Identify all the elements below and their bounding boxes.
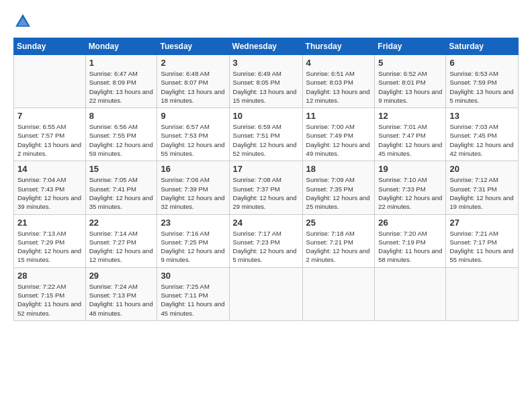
day-number: 3 [233, 58, 299, 68]
calendar-cell: 22Sunrise: 7:14 AMSunset: 7:27 PMDayligh… [85, 214, 157, 267]
day-number: 12 [378, 111, 442, 121]
calendar-cell: 24Sunrise: 7:17 AMSunset: 7:23 PMDayligh… [229, 214, 302, 267]
calendar-cell: 16Sunrise: 7:06 AMSunset: 7:39 PMDayligh… [157, 161, 229, 214]
calendar-week-row: 1Sunrise: 6:47 AMSunset: 8:09 PMDaylight… [14, 55, 519, 108]
calendar-cell: 17Sunrise: 7:08 AMSunset: 7:37 PMDayligh… [229, 161, 302, 214]
day-info: Sunrise: 7:16 AMSunset: 7:25 PMDaylight:… [161, 229, 225, 265]
day-number: 23 [161, 218, 225, 228]
day-number: 21 [17, 218, 82, 228]
calendar-cell: 3Sunrise: 6:49 AMSunset: 8:05 PMDaylight… [229, 55, 302, 108]
day-info: Sunrise: 7:20 AMSunset: 7:19 PMDaylight:… [378, 229, 442, 265]
day-info: Sunrise: 7:14 AMSunset: 7:27 PMDaylight:… [89, 229, 154, 265]
day-info: Sunrise: 6:55 AMSunset: 7:57 PMDaylight:… [17, 122, 82, 158]
day-number: 29 [89, 271, 154, 281]
day-number: 27 [449, 218, 515, 228]
calendar-cell: 27Sunrise: 7:21 AMSunset: 7:17 PMDayligh… [446, 214, 519, 267]
day-number: 28 [17, 271, 82, 281]
day-info: Sunrise: 7:10 AMSunset: 7:33 PMDaylight:… [378, 175, 442, 211]
calendar-cell: 5Sunrise: 6:52 AMSunset: 8:01 PMDaylight… [375, 55, 446, 108]
day-info: Sunrise: 6:53 AMSunset: 7:59 PMDaylight:… [449, 69, 515, 105]
day-info: Sunrise: 7:18 AMSunset: 7:21 PMDaylight:… [306, 229, 371, 265]
day-info: Sunrise: 7:24 AMSunset: 7:13 PMDaylight:… [89, 282, 154, 318]
day-info: Sunrise: 6:48 AMSunset: 8:07 PMDaylight:… [161, 69, 225, 105]
day-info: Sunrise: 6:57 AMSunset: 7:53 PMDaylight:… [161, 122, 225, 158]
day-info: Sunrise: 7:09 AMSunset: 7:35 PMDaylight:… [306, 175, 371, 211]
day-number: 8 [89, 111, 154, 121]
day-number: 10 [233, 111, 299, 121]
day-number: 19 [378, 164, 442, 174]
day-number: 4 [306, 58, 371, 68]
day-info: Sunrise: 6:47 AMSunset: 8:09 PMDaylight:… [89, 69, 154, 105]
day-info: Sunrise: 6:59 AMSunset: 7:51 PMDaylight:… [233, 122, 299, 158]
day-number: 15 [89, 164, 154, 174]
calendar-cell: 8Sunrise: 6:56 AMSunset: 7:55 PMDaylight… [85, 108, 157, 161]
day-info: Sunrise: 7:21 AMSunset: 7:17 PMDaylight:… [449, 229, 515, 265]
calendar-cell: 6Sunrise: 6:53 AMSunset: 7:59 PMDaylight… [446, 55, 519, 108]
logo-icon [13, 12, 32, 31]
day-number: 5 [378, 58, 442, 68]
calendar-cell: 12Sunrise: 7:01 AMSunset: 7:47 PMDayligh… [375, 108, 446, 161]
calendar-cell: 15Sunrise: 7:05 AMSunset: 7:41 PMDayligh… [85, 161, 157, 214]
day-info: Sunrise: 7:05 AMSunset: 7:41 PMDaylight:… [89, 175, 154, 211]
page: SundayMondayTuesdayWednesdayThursdayFrid… [0, 0, 532, 328]
day-info: Sunrise: 7:17 AMSunset: 7:23 PMDaylight:… [233, 229, 299, 265]
calendar-cell: 20Sunrise: 7:12 AMSunset: 7:31 PMDayligh… [446, 161, 519, 214]
day-number: 2 [161, 58, 225, 68]
calendar-cell [302, 267, 375, 320]
day-number: 16 [161, 164, 225, 174]
day-number: 1 [89, 58, 154, 68]
calendar-cell: 1Sunrise: 6:47 AMSunset: 8:09 PMDaylight… [85, 55, 157, 108]
day-info: Sunrise: 7:22 AMSunset: 7:15 PMDaylight:… [17, 282, 82, 318]
calendar-cell: 7Sunrise: 6:55 AMSunset: 7:57 PMDaylight… [14, 108, 86, 161]
calendar-cell: 10Sunrise: 6:59 AMSunset: 7:51 PMDayligh… [229, 108, 302, 161]
col-header-tuesday: Tuesday [157, 38, 229, 55]
calendar-week-row: 28Sunrise: 7:22 AMSunset: 7:15 PMDayligh… [14, 267, 519, 320]
calendar-cell: 14Sunrise: 7:04 AMSunset: 7:43 PMDayligh… [14, 161, 86, 214]
day-info: Sunrise: 7:08 AMSunset: 7:37 PMDaylight:… [233, 175, 299, 211]
day-number: 6 [449, 58, 515, 68]
day-info: Sunrise: 7:12 AMSunset: 7:31 PMDaylight:… [449, 175, 515, 211]
day-number: 13 [449, 111, 515, 121]
calendar-header-row: SundayMondayTuesdayWednesdayThursdayFrid… [14, 38, 519, 55]
calendar-cell: 9Sunrise: 6:57 AMSunset: 7:53 PMDaylight… [157, 108, 229, 161]
day-info: Sunrise: 7:06 AMSunset: 7:39 PMDaylight:… [161, 175, 225, 211]
day-info: Sunrise: 7:01 AMSunset: 7:47 PMDaylight:… [378, 122, 442, 158]
calendar-week-row: 21Sunrise: 7:13 AMSunset: 7:29 PMDayligh… [14, 214, 519, 267]
day-number: 30 [161, 271, 225, 281]
calendar-cell: 26Sunrise: 7:20 AMSunset: 7:19 PMDayligh… [375, 214, 446, 267]
day-number: 24 [233, 218, 299, 228]
calendar-cell: 23Sunrise: 7:16 AMSunset: 7:25 PMDayligh… [157, 214, 229, 267]
day-number: 18 [306, 164, 371, 174]
calendar-cell [14, 55, 86, 108]
logo [13, 12, 35, 31]
day-number: 22 [89, 218, 154, 228]
col-header-monday: Monday [85, 38, 157, 55]
day-number: 25 [306, 218, 371, 228]
calendar-cell: 30Sunrise: 7:25 AMSunset: 7:11 PMDayligh… [157, 267, 229, 320]
col-header-friday: Friday [375, 38, 446, 55]
day-info: Sunrise: 6:56 AMSunset: 7:55 PMDaylight:… [89, 122, 154, 158]
day-info: Sunrise: 7:00 AMSunset: 7:49 PMDaylight:… [306, 122, 371, 158]
calendar-cell: 25Sunrise: 7:18 AMSunset: 7:21 PMDayligh… [302, 214, 375, 267]
calendar-cell: 18Sunrise: 7:09 AMSunset: 7:35 PMDayligh… [302, 161, 375, 214]
calendar-cell [446, 267, 519, 320]
day-number: 20 [449, 164, 515, 174]
day-info: Sunrise: 7:13 AMSunset: 7:29 PMDaylight:… [17, 229, 82, 265]
calendar-cell: 2Sunrise: 6:48 AMSunset: 8:07 PMDaylight… [157, 55, 229, 108]
day-info: Sunrise: 7:25 AMSunset: 7:11 PMDaylight:… [161, 282, 225, 318]
day-number: 11 [306, 111, 371, 121]
day-info: Sunrise: 6:49 AMSunset: 8:05 PMDaylight:… [233, 69, 299, 105]
day-number: 26 [378, 218, 442, 228]
calendar-cell [229, 267, 302, 320]
day-number: 17 [233, 164, 299, 174]
calendar-cell: 21Sunrise: 7:13 AMSunset: 7:29 PMDayligh… [14, 214, 86, 267]
calendar-cell: 11Sunrise: 7:00 AMSunset: 7:49 PMDayligh… [302, 108, 375, 161]
col-header-saturday: Saturday [446, 38, 519, 55]
calendar-cell: 29Sunrise: 7:24 AMSunset: 7:13 PMDayligh… [85, 267, 157, 320]
calendar-week-row: 7Sunrise: 6:55 AMSunset: 7:57 PMDaylight… [14, 108, 519, 161]
calendar-cell: 13Sunrise: 7:03 AMSunset: 7:45 PMDayligh… [446, 108, 519, 161]
calendar-cell: 28Sunrise: 7:22 AMSunset: 7:15 PMDayligh… [14, 267, 86, 320]
col-header-sunday: Sunday [14, 38, 86, 55]
day-number: 7 [17, 111, 82, 121]
day-info: Sunrise: 6:51 AMSunset: 8:03 PMDaylight:… [306, 69, 371, 105]
